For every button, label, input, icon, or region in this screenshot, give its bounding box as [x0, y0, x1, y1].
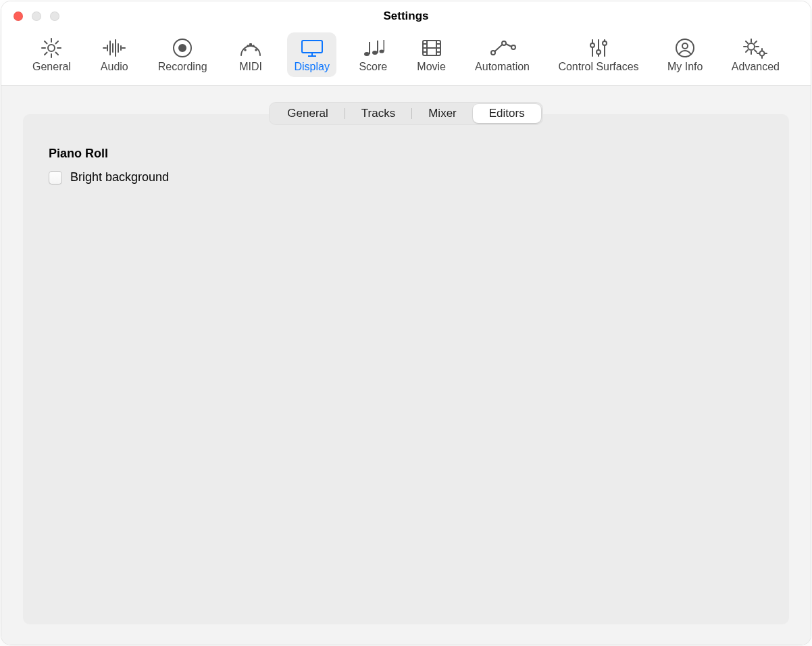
- close-window-button[interactable]: [14, 11, 23, 21]
- double-gear-icon: [742, 36, 768, 59]
- svg-point-54: [748, 43, 755, 50]
- svg-line-5: [45, 41, 47, 44]
- svg-line-62: [746, 50, 748, 52]
- subtab-tracks[interactable]: Tracks: [345, 104, 411, 123]
- svg-rect-28: [369, 42, 370, 54]
- toolbar-tab-advanced[interactable]: Advanced: [725, 32, 786, 77]
- sliders-icon: [587, 36, 610, 59]
- svg-point-43: [511, 45, 515, 49]
- toolbar-tab-general[interactable]: General: [26, 32, 78, 77]
- svg-point-20: [247, 45, 249, 47]
- toolbar-tab-movie[interactable]: Movie: [410, 32, 453, 77]
- svg-point-50: [597, 50, 601, 54]
- bright-background-checkbox[interactable]: [49, 171, 62, 184]
- toolbar-tab-label: Advanced: [732, 61, 780, 73]
- film-icon: [421, 36, 442, 59]
- svg-point-29: [372, 51, 378, 55]
- gear-icon: [41, 36, 62, 59]
- svg-point-53: [682, 43, 688, 49]
- bright-background-label: Bright background: [70, 170, 169, 184]
- svg-point-31: [380, 49, 384, 53]
- window-controls: [1, 11, 59, 21]
- toolbar-tab-label: Audio: [101, 61, 128, 73]
- toolbar-tab-label: Automation: [475, 61, 530, 73]
- svg-line-8: [45, 53, 47, 55]
- svg-point-49: [590, 43, 594, 47]
- music-notes-icon: [361, 36, 384, 59]
- svg-rect-32: [384, 40, 385, 51]
- toolbar-tab-display[interactable]: Display: [287, 32, 336, 77]
- waveform-icon: [102, 36, 126, 59]
- svg-rect-24: [302, 41, 322, 53]
- option-bright-background-row: Bright background: [49, 170, 763, 184]
- svg-line-6: [56, 53, 59, 55]
- subtab-general[interactable]: General: [271, 104, 344, 123]
- svg-rect-23: [249, 43, 252, 46]
- toolbar-tab-recording[interactable]: Recording: [151, 32, 214, 77]
- svg-line-61: [755, 41, 757, 43]
- section-title-piano-roll: Piano Roll: [49, 147, 763, 161]
- toolbar-tab-label: MIDI: [239, 61, 262, 73]
- toolbar-tab-score[interactable]: Score: [351, 32, 395, 77]
- minimize-window-button[interactable]: [32, 11, 41, 21]
- svg-point-22: [255, 49, 257, 51]
- record-icon: [172, 36, 193, 59]
- toolbar-tab-label: Movie: [417, 61, 446, 73]
- svg-line-59: [746, 41, 748, 43]
- display-icon: [300, 36, 324, 59]
- user-circle-icon: [674, 36, 696, 59]
- editors-panel: Piano Roll Bright background: [23, 114, 789, 624]
- svg-point-21: [252, 45, 255, 47]
- automation-curve-icon: [489, 36, 516, 59]
- toolbar-tab-control-surfaces[interactable]: Control Surfaces: [551, 32, 645, 77]
- svg-rect-30: [377, 41, 378, 53]
- svg-line-7: [56, 41, 59, 44]
- toolbar-tab-my-info[interactable]: My Info: [661, 32, 709, 77]
- svg-point-51: [603, 41, 607, 45]
- display-subtabs: General Tracks Mixer Editors: [269, 102, 542, 125]
- content-area: General Tracks Mixer Editors Piano Roll …: [1, 86, 811, 645]
- svg-line-60: [755, 50, 757, 52]
- svg-point-27: [364, 52, 370, 56]
- toolbar-tab-label: General: [32, 61, 71, 73]
- toolbar-tab-midi[interactable]: MIDI: [229, 32, 272, 77]
- midi-port-icon: [239, 36, 262, 59]
- svg-point-63: [760, 51, 765, 56]
- svg-point-18: [178, 44, 186, 52]
- subtab-mixer[interactable]: Mixer: [412, 104, 473, 123]
- preferences-toolbar: General Audio: [1, 31, 811, 86]
- toolbar-tab-label: Score: [359, 61, 387, 73]
- svg-point-19: [244, 49, 247, 51]
- toolbar-tab-label: Recording: [158, 61, 207, 73]
- toolbar-tab-label: My Info: [667, 61, 703, 73]
- settings-window: Settings Gen: [1, 1, 811, 645]
- titlebar: Settings: [1, 1, 811, 31]
- svg-line-45: [506, 44, 511, 47]
- svg-point-0: [48, 45, 55, 51]
- subtab-editors[interactable]: Editors: [473, 104, 541, 123]
- zoom-window-button[interactable]: [50, 11, 59, 21]
- toolbar-tab-audio[interactable]: Audio: [93, 32, 136, 77]
- svg-line-44: [494, 45, 502, 51]
- toolbar-tab-automation[interactable]: Automation: [468, 32, 536, 77]
- window-title: Settings: [1, 9, 811, 23]
- toolbar-tab-label: Control Surfaces: [558, 61, 638, 73]
- toolbar-tab-label: Display: [294, 61, 329, 73]
